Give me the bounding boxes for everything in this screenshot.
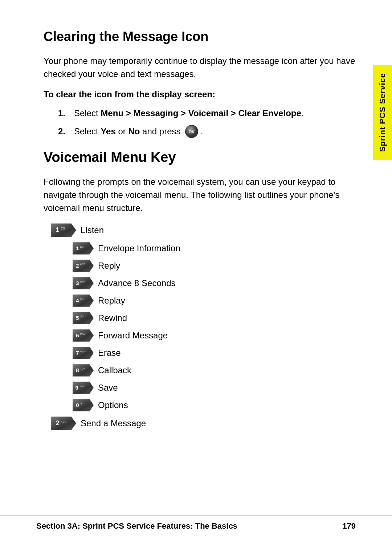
key-9-save-icon: 9 WXYZ xyxy=(73,382,94,394)
svg-text:MNO: MNO xyxy=(80,333,86,335)
key-3-advance-icon: 3 DEF xyxy=(73,277,94,289)
section1-title: Clearing the Message Icon xyxy=(44,29,356,44)
svg-text:6: 6 xyxy=(76,332,79,338)
svg-text:7: 7 xyxy=(76,349,79,355)
list-item-options: 0 ★ Options xyxy=(73,399,356,411)
svg-text:ABC: ABC xyxy=(80,263,85,265)
key-1-listen-icon: 1 ES xyxy=(51,223,76,237)
list-label-rewind: Rewind xyxy=(98,313,127,323)
step1-num: 1. xyxy=(58,107,68,120)
svg-text:ES: ES xyxy=(80,245,84,248)
list-item-replay: 4 GHI Replay xyxy=(73,294,356,307)
svg-text:2: 2 xyxy=(76,262,79,268)
list-label-replay: Replay xyxy=(98,296,125,306)
step2-no: No xyxy=(128,126,140,136)
key-6-forward-icon: 6 MNO xyxy=(73,329,94,342)
step1-text: Select Menu > Messaging > Voicemail > Cl… xyxy=(74,107,303,120)
steps-list: 1. Select Menu > Messaging > Voicemail >… xyxy=(58,107,356,139)
svg-text:ES: ES xyxy=(61,227,65,230)
step-2: 2. Select Yes or No and press xyxy=(58,125,356,139)
section2-title: Voicemail Menu Key xyxy=(44,150,356,165)
svg-text:ABC: ABC xyxy=(61,420,66,423)
svg-text:8: 8 xyxy=(76,367,79,373)
list-item-rewind: 5 JKL Rewind xyxy=(73,312,356,324)
step-1: 1. Select Menu > Messaging > Voicemail >… xyxy=(58,107,356,120)
svg-text:5: 5 xyxy=(76,314,79,321)
side-tab-text: Sprint PCS Service xyxy=(378,73,387,152)
list-label-listen: Listen xyxy=(81,225,104,235)
svg-text:WXYZ: WXYZ xyxy=(80,385,86,387)
svg-text:JKL: JKL xyxy=(80,315,85,318)
svg-text:4: 4 xyxy=(76,297,79,303)
key-0-options-icon: 0 ★ xyxy=(73,399,94,411)
svg-text:9: 9 xyxy=(75,384,78,390)
list-label-callback: Callback xyxy=(98,365,131,375)
svg-text:OK: OK xyxy=(189,130,195,134)
list-label-save: Save xyxy=(98,383,118,393)
list-item-listen: 1 ES Listen xyxy=(51,223,356,237)
list-label-options: Options xyxy=(98,400,128,410)
key-1-envelope-icon: 1 ES xyxy=(73,242,94,255)
key-2-reply-icon: 2 ABC xyxy=(73,260,94,272)
step2-yes: Yes xyxy=(101,126,115,136)
list-label-forward: Forward Message xyxy=(98,330,168,341)
svg-text:2: 2 xyxy=(56,419,60,427)
svg-text:1: 1 xyxy=(56,226,60,233)
list-label-reply: Reply xyxy=(98,261,120,271)
list-item-forward: 6 MNO Forward Message xyxy=(73,329,356,342)
step1-menu: Menu > Messaging > Voicemail > Clear Env… xyxy=(101,108,301,118)
list-item-reply: 2 ABC Reply xyxy=(73,260,356,272)
svg-text:GHI: GHI xyxy=(80,298,85,300)
ok-button-icon: OK xyxy=(185,125,198,138)
svg-text:1: 1 xyxy=(76,245,79,251)
svg-text:★: ★ xyxy=(80,402,82,405)
step2-num: 2. xyxy=(58,125,68,138)
footer: Section 3A: Sprint PCS Service Features:… xyxy=(0,516,392,531)
list-label-envelope: Envelope Information xyxy=(98,243,180,253)
page-container: Clearing the Message Icon Your phone may… xyxy=(0,0,392,549)
section2-body: Following the prompts on the voicemail s… xyxy=(44,175,356,215)
list-item-send: 2 ABC Send a Message xyxy=(51,416,356,430)
footer-page-number: 179 xyxy=(342,521,356,531)
key-2-send-icon: 2 ABC xyxy=(51,416,76,430)
svg-text:TUV: TUV xyxy=(80,367,85,370)
list-item-erase: 7 PQRS Erase xyxy=(73,347,356,359)
list-item-envelope: 1 ES Envelope Information xyxy=(73,242,356,255)
section1-body: Your phone may temporarily continue to d… xyxy=(44,54,356,81)
footer-section-label: Section 3A: Sprint PCS Service Features:… xyxy=(36,521,237,531)
list-label-advance: Advance 8 Seconds xyxy=(98,278,175,288)
svg-text:DEF: DEF xyxy=(80,280,85,283)
main-content: Clearing the Message Icon Your phone may… xyxy=(44,29,356,430)
list-item-callback: 8 TUV Callback xyxy=(73,364,356,377)
step2-text: Select Yes or No and press OK xyxy=(74,125,203,139)
list-item-advance: 3 DEF Advance 8 Seconds xyxy=(73,277,356,289)
key-5-rewind-icon: 5 JKL xyxy=(73,312,94,324)
list-item-save: 9 WXYZ Save xyxy=(73,382,356,394)
svg-text:3: 3 xyxy=(76,280,79,286)
svg-text:PQRS: PQRS xyxy=(80,350,86,353)
list-label-erase: Erase xyxy=(98,348,121,358)
key-7-erase-icon: 7 PQRS xyxy=(73,347,94,359)
voicemail-menu-list: 1 ES Listen xyxy=(51,223,356,430)
svg-text:0: 0 xyxy=(76,402,79,408)
key-4-replay-icon: 4 GHI xyxy=(73,294,94,307)
side-tab: Sprint PCS Service xyxy=(373,65,392,160)
key-8-callback-icon: 8 TUV xyxy=(73,364,94,377)
section1-instruction: To clear the icon from the display scree… xyxy=(44,89,356,99)
list-label-send: Send a Message xyxy=(81,418,146,428)
